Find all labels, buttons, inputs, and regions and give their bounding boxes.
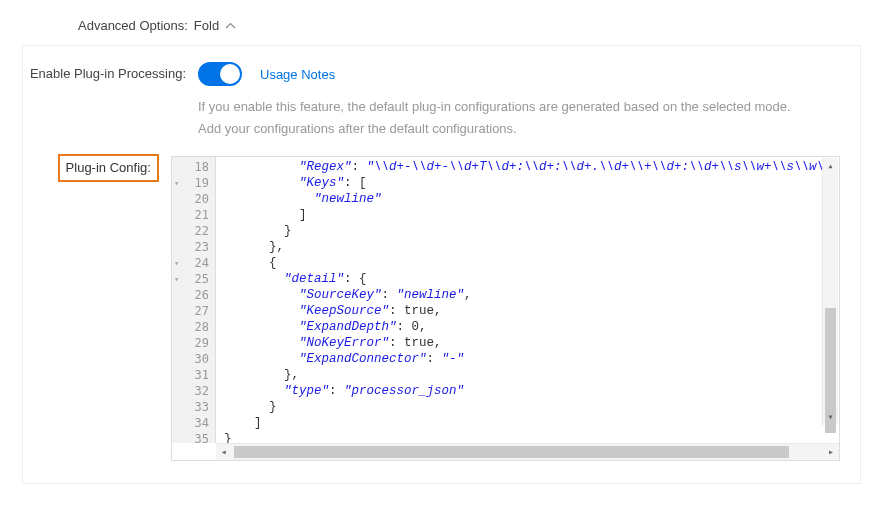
line-number: 35 — [172, 431, 209, 443]
horizontal-scroll-thumb[interactable] — [234, 446, 789, 458]
toggle-knob — [220, 64, 240, 84]
horizontal-scrollbar[interactable]: ◂ ▸ — [216, 443, 839, 460]
code-line[interactable]: "SourceKey": "newline", — [224, 287, 839, 303]
line-number: 33 — [172, 399, 209, 415]
description-row: If you enable this feature, the default … — [23, 86, 860, 140]
enable-plugin-description: If you enable this feature, the default … — [198, 86, 860, 140]
options-panel: Enable Plug-in Processing: Usage Notes I… — [22, 45, 861, 484]
scroll-up-arrow-icon[interactable]: ▴ — [823, 158, 838, 174]
code-line[interactable]: "newline" — [224, 191, 839, 207]
enable-plugin-row: Enable Plug-in Processing: Usage Notes — [23, 62, 860, 86]
code-line[interactable]: "Regex": "\\d+-\\d+-\\d+T\\d+:\\d+:\\d+.… — [224, 159, 839, 175]
code-line[interactable]: }, — [224, 367, 839, 383]
line-number: 24▾ — [172, 255, 209, 271]
description-line: If you enable this feature, the default … — [198, 96, 840, 118]
code-line[interactable]: ] — [224, 415, 839, 431]
line-number: 19▾ — [172, 175, 209, 191]
plugin-config-editor[interactable]: 1819▾2021222324▾25▾26272829303132333435 … — [171, 156, 840, 461]
code-line[interactable]: "KeepSource": true, — [224, 303, 839, 319]
code-line[interactable]: "Keys": [ — [224, 175, 839, 191]
code-line[interactable]: }, — [224, 239, 839, 255]
line-number: 18 — [172, 159, 209, 175]
line-number: 27 — [172, 303, 209, 319]
code-line[interactable]: "type": "processor_json" — [224, 383, 839, 399]
line-number: 22 — [172, 223, 209, 239]
advanced-options-label: Advanced Options: — [78, 18, 188, 33]
fold-marker-icon[interactable]: ▾ — [174, 271, 179, 287]
line-number: 30 — [172, 351, 209, 367]
code-line[interactable]: "ExpandConnector": "-" — [224, 351, 839, 367]
scroll-down-arrow-icon[interactable]: ▾ — [823, 409, 838, 425]
code-line[interactable]: } — [224, 431, 839, 443]
line-number-gutter: 1819▾2021222324▾25▾26272829303132333435 — [172, 157, 216, 443]
code-line[interactable]: } — [224, 223, 839, 239]
code-line[interactable]: } — [224, 399, 839, 415]
plugin-config-label: Plug-in Config: — [58, 154, 159, 182]
scroll-right-arrow-icon[interactable]: ▸ — [823, 444, 839, 460]
line-number: 21 — [172, 207, 209, 223]
line-number: 29 — [172, 335, 209, 351]
code-area[interactable]: "Regex": "\\d+-\\d+-\\d+T\\d+:\\d+:\\d+.… — [216, 157, 839, 443]
vertical-scrollbar[interactable]: ▴ ▾ — [822, 158, 838, 425]
plugin-config-row: Plug-in Config: 1819▾2021222324▾25▾26272… — [23, 156, 860, 461]
code-line[interactable]: "NoKeyError": true, — [224, 335, 839, 351]
description-line: Add your configurations after the defaul… — [198, 118, 840, 140]
line-number: 34 — [172, 415, 209, 431]
fold-label: Fold — [194, 18, 219, 33]
line-number: 26 — [172, 287, 209, 303]
code-line[interactable]: "ExpandDepth": 0, — [224, 319, 839, 335]
fold-marker-icon[interactable]: ▾ — [174, 175, 179, 191]
line-number: 20 — [172, 191, 209, 207]
code-line[interactable]: { — [224, 255, 839, 271]
scroll-left-arrow-icon[interactable]: ◂ — [216, 444, 232, 460]
usage-notes-link[interactable]: Usage Notes — [260, 67, 335, 82]
line-number: 23 — [172, 239, 209, 255]
code-line[interactable]: ] — [224, 207, 839, 223]
line-number: 25▾ — [172, 271, 209, 287]
line-number: 31 — [172, 367, 209, 383]
line-number: 32 — [172, 383, 209, 399]
line-number: 28 — [172, 319, 209, 335]
code-line[interactable]: "detail": { — [224, 271, 839, 287]
enable-plugin-label: Enable Plug-in Processing: — [23, 62, 198, 84]
chevron-up-icon — [225, 22, 236, 29]
advanced-options-header: Advanced Options: Fold — [0, 0, 883, 45]
fold-marker-icon[interactable]: ▾ — [174, 255, 179, 271]
fold-toggle[interactable]: Fold — [194, 18, 236, 33]
enable-plugin-toggle[interactable] — [198, 62, 242, 86]
